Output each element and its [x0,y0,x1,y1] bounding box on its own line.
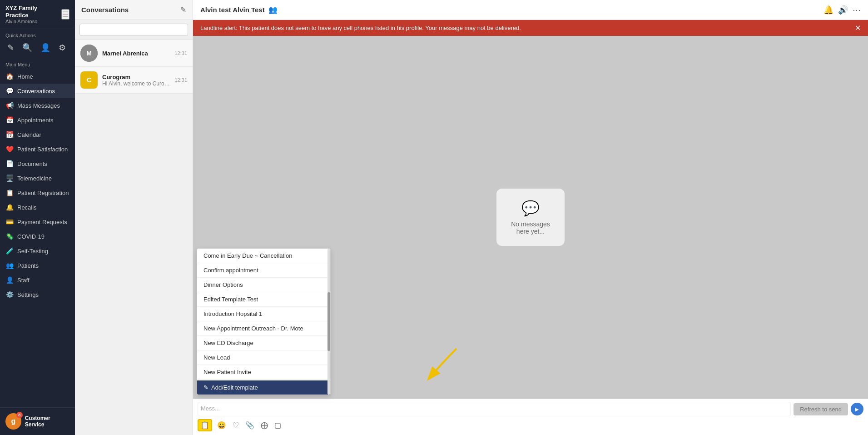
message-placeholder[interactable]: Mess... [198,402,791,416]
conv-info-curogram: Curogram Hi Alvin, welcome to Curogr... [102,74,170,87]
sidebar-item-telemedicine[interactable]: 🖥️ Telemedicine [0,171,75,185]
template-item-edited-template[interactable]: Edited Template Test [197,292,330,307]
sidebar-item-staff[interactable]: 👤 Staff [0,273,75,287]
alert-bar: Landline alert: This patient does not se… [193,20,868,36]
sidebar-item-patients[interactable]: 👥 Patients [0,258,75,273]
conversations-compose-button[interactable]: ✎ [180,5,186,14]
sidebar-item-documents-label: Documents [17,160,47,167]
sidebar-footer: g 8 Customer Service [0,407,75,435]
alert-close-button[interactable]: ✕ [855,24,861,32]
send-arrow-button[interactable]: ► [851,403,863,415]
conv-preview-curogram: Hi Alvin, welcome to Curogr... [102,80,170,87]
sidebar-item-conversations-label: Conversations [17,88,55,95]
emoji-toolbar-button[interactable]: 😀 [216,420,228,431]
sidebar-item-conversations[interactable]: 💬 Conversations [0,84,75,98]
conv-avatar-marnel: M [80,45,98,62]
alert-text: Landline alert: This patient does not se… [200,25,855,31]
svg-text:M: M [86,50,92,57]
avatar: g 8 [5,413,21,430]
covid19-icon: 🦠 [5,233,14,240]
payment-requests-icon: 💳 [5,218,14,225]
home-icon: 🏠 [5,73,14,80]
template-add-edit-button[interactable]: ✎ Add/Edit template [197,380,330,395]
sidebar-item-documents[interactable]: 📄 Documents [0,156,75,171]
profile-quick-btn[interactable]: 👤 [39,41,52,55]
template-item-dinner-options[interactable]: Dinner Options [197,278,330,292]
sidebar-item-home-label: Home [17,73,33,80]
conv-item-curogram[interactable]: C Curogram Hi Alvin, welcome to Curogr..… [75,67,193,94]
hamburger-button[interactable]: ☰ [61,9,69,20]
sidebar-item-settings[interactable]: ⚙️ Settings [0,287,75,302]
no-messages-box: 💬 No messageshere yet... [496,189,565,246]
add-edit-template-icon: ✎ [203,384,208,391]
documents-icon: 📄 [5,160,14,167]
sidebar-item-patient-registration[interactable]: 📋 Patient Registration [0,185,75,200]
sidebar-item-mass-messages[interactable]: 📢 Mass Messages [0,98,75,113]
sidebar-item-mass-messages-label: Mass Messages [17,102,60,109]
mass-messages-icon: 📢 [5,102,14,109]
patient-registration-icon: 📋 [5,189,14,196]
template-item-new-ed-discharge[interactable]: New ED Discharge [197,336,330,350]
no-messages-text: No messageshere yet... [511,220,550,235]
conversations-search-input[interactable] [79,24,188,36]
conv-info-marnel: Marnel Abrenica [102,50,170,57]
template-list: Come in Early Due ~ Cancellation Confirm… [197,249,330,380]
group-icon: 👥 [268,5,278,14]
header-right-icons: 🔔 🔊 ⋯ [823,5,861,15]
add-edit-template-label: Add/Edit template [211,384,258,391]
quick-actions-row: ✎ 🔍 👤 ⚙ [0,41,75,59]
sidebar-item-recalls[interactable]: 🔔 Recalls [0,200,75,215]
sidebar-item-settings-label: Settings [17,291,39,298]
scrollbar[interactable] [327,249,330,395]
appointments-icon: 📅 [5,116,14,124]
volume-button[interactable]: 🔊 [838,5,848,15]
input-toolbar: 📋 😀 ♡ 📎 ⨁ ▢ [198,418,863,432]
search-quick-btn[interactable]: 🔍 [20,41,34,55]
template-item-new-appointment[interactable]: New Appointment Outreach - Dr. Mote [197,321,330,336]
compose-quick-btn[interactable]: ✎ [5,41,16,55]
like-toolbar-button[interactable]: ♡ [231,420,240,431]
sidebar-item-self-testing[interactable]: 🧪 Self-Testing [0,244,75,258]
sidebar-header: XYZ Family Practice Alvin Amoroso ☰ [0,0,75,28]
template-item-introduction-hospital[interactable]: Introduction Hopsital 1 [197,307,330,321]
sidebar-item-home[interactable]: 🏠 Home [0,69,75,84]
more-toolbar-button[interactable]: ⨁ [259,420,269,431]
recalls-icon: 🔔 [5,204,14,211]
conversations-header: Conversations ✎ [75,0,193,20]
template-dropdown: Come in Early Due ~ Cancellation Confirm… [197,248,331,395]
template-item-new-lead[interactable]: New Lead [197,350,330,365]
conversations-list: M Marnel Abrenica 12:31 C Curogram Hi Al… [75,40,193,435]
sidebar-item-patient-satisfaction[interactable]: ❤️ Patient Satisfaction [0,142,75,156]
template-item-come-early[interactable]: Come in Early Due ~ Cancellation [197,249,330,263]
message-input-row: Mess... Refresh to send ► [198,402,863,416]
avatar-letter: g [11,417,15,425]
sidebar-item-self-testing-label: Self-Testing [17,248,48,255]
sidebar-item-recalls-label: Recalls [17,204,37,211]
notification-bell-button[interactable]: 🔔 [823,5,833,15]
chat-contact-name: Alvin test Alvin Test [200,6,265,14]
filter-quick-btn[interactable]: ⚙ [57,41,68,55]
brand: XYZ Family Practice Alvin Amoroso [5,5,61,24]
attach-toolbar-button[interactable]: 📎 [244,420,256,431]
more-options-button[interactable]: ⋯ [853,5,861,15]
brand-subtitle: Alvin Amoroso [5,19,61,24]
sidebar-item-appointments[interactable]: 📅 Appointments [0,113,75,127]
box-toolbar-button[interactable]: ▢ [273,420,283,431]
staff-icon: 👤 [5,276,14,284]
template-toolbar-button[interactable]: 📋 [198,419,212,431]
sidebar-item-payment-requests[interactable]: 💳 Payment Requests [0,215,75,229]
conv-item-marnel[interactable]: M Marnel Abrenica 12:31 [75,40,193,67]
template-item-confirm-appointment[interactable]: Confirm appointment [197,263,330,278]
conversations-title: Conversations [81,6,129,14]
main-menu-label: Main Menu [0,59,75,69]
calendar-icon: 📆 [5,131,14,138]
patient-satisfaction-icon: ❤️ [5,145,14,153]
main-chat-area: Alvin test Alvin Test 👥 🔔 🔊 ⋯ Landline a… [193,0,868,435]
sidebar-item-covid19[interactable]: 🦠 COVID-19 [0,229,75,244]
conversations-search-container [75,20,193,40]
sidebar-item-calendar[interactable]: 📆 Calendar [0,127,75,142]
chat-header: Alvin test Alvin Test 👥 🔔 🔊 ⋯ [193,0,868,20]
send-button[interactable]: Refresh to send [794,403,848,415]
sidebar-item-payment-requests-label: Payment Requests [17,219,67,225]
template-item-new-patient-invite[interactable]: New Patient Invite [197,365,330,380]
